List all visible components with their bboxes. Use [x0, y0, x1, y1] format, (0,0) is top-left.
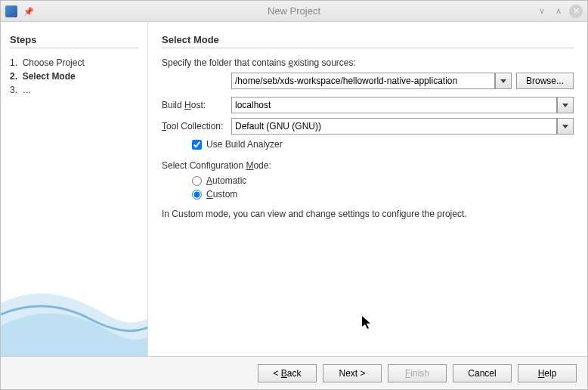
steps-list: 1. Choose Project 2. Select Mode 3. … — [10, 56, 138, 97]
build-host-dropdown-button[interactable] — [557, 97, 574, 113]
steps-sidebar: Steps 1. Choose Project 2. Select Mode 3… — [1, 22, 148, 356]
tool-collection-combo — [231, 118, 574, 135]
analyzer-row: Use Build Analyzer — [192, 139, 574, 150]
button-bar: < Back Next > Finish Cancel Help — [1, 356, 587, 389]
custom-mode-hint: In Custom mode, you can view and change … — [162, 209, 574, 219]
chevron-down-icon — [500, 79, 506, 83]
decorative-swoosh — [1, 258, 148, 356]
build-host-row: Build Host: — [162, 97, 574, 113]
pin-icon[interactable]: 📌 — [23, 7, 32, 16]
radio-automatic-label: Automatic — [206, 175, 246, 186]
chevron-down-icon — [562, 104, 568, 107]
window-controls: ∨ ∧ ✕ — [536, 5, 583, 18]
minimize-icon[interactable]: ∨ — [536, 5, 548, 17]
folder-combo — [231, 73, 512, 89]
content-panel: Select Mode Specify the folder that cont… — [148, 22, 587, 356]
chevron-down-icon — [562, 125, 568, 128]
cancel-button[interactable]: Cancel — [453, 364, 512, 382]
tool-collection-label: Tool Collection: — [162, 121, 231, 132]
back-button[interactable]: < Back — [258, 364, 317, 382]
maximize-icon[interactable]: ∧ — [552, 5, 565, 17]
browse-button[interactable]: Browse... — [516, 73, 574, 89]
steps-heading: Steps — [10, 34, 138, 45]
radio-custom[interactable] — [192, 190, 202, 200]
divider — [162, 48, 574, 48]
finish-button: Finish — [388, 364, 447, 382]
radio-custom-row: Custom — [192, 189, 574, 200]
tool-collection-input[interactable] — [231, 118, 557, 135]
help-button[interactable]: Help — [518, 364, 577, 382]
build-host-input[interactable] — [231, 97, 557, 113]
analyzer-checkbox[interactable] — [192, 140, 202, 150]
build-host-combo — [231, 97, 574, 113]
content-heading: Select Mode — [162, 34, 574, 45]
step-3: 3. … — [10, 83, 138, 97]
radio-automatic[interactable] — [192, 176, 202, 186]
step-1: 1. Choose Project — [10, 56, 138, 70]
config-mode-label: Select Configuration Mode: — [162, 160, 574, 171]
build-host-label: Build Host: — [162, 100, 231, 110]
close-icon[interactable]: ✕ — [569, 5, 583, 18]
app-icon — [5, 5, 17, 17]
new-project-dialog: 📌 New Project ∨ ∧ ✕ Steps 1. Choose Proj… — [0, 0, 588, 390]
radio-automatic-row: Automatic — [192, 175, 574, 186]
step-2: 2. Select Mode — [10, 70, 138, 83]
radio-custom-label: Custom — [206, 189, 237, 200]
folder-row: Browse... — [231, 73, 574, 89]
dialog-body: Steps 1. Choose Project 2. Select Mode 3… — [1, 22, 587, 356]
analyzer-label: Use Build Analyzer — [206, 139, 283, 150]
folder-input[interactable] — [231, 73, 495, 89]
divider — [10, 48, 138, 48]
folder-dropdown-button[interactable] — [495, 73, 512, 89]
titlebar: 📌 New Project ∨ ∧ ✕ — [1, 1, 587, 22]
tool-collection-row: Tool Collection: — [162, 118, 574, 135]
folder-label: Specify the folder that contains existin… — [162, 57, 574, 68]
window-title: New Project — [1, 5, 587, 17]
next-button[interactable]: Next > — [323, 364, 382, 382]
tool-collection-dropdown-button[interactable] — [557, 118, 574, 135]
